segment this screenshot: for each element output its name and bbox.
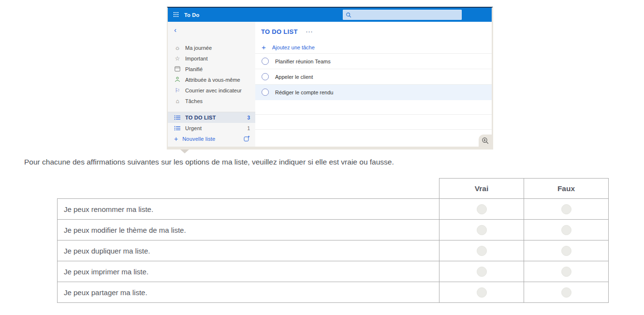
collapse-sidebar-chevron-icon[interactable]: ‹ xyxy=(174,26,176,34)
calendar-icon xyxy=(174,66,181,73)
sidebar-item-flagged-email[interactable]: ⚐ Courrier avec indicateur xyxy=(168,85,255,96)
header-spacer-cell xyxy=(58,179,439,199)
screenshot-frame-bottom xyxy=(168,147,492,150)
list-title: TO DO LIST xyxy=(261,28,298,35)
column-header-vrai: Vrai xyxy=(439,179,524,199)
table-row: Je peux partager ma liste. xyxy=(58,282,609,303)
search-input[interactable] xyxy=(351,10,461,19)
user-lists: TO DO LIST 3 Urgent 1 + Nouvelle liste xyxy=(168,112,255,144)
todo-main-panel: TO DO LIST ··· + Ajoutez une tâche Plani… xyxy=(255,22,492,147)
task-complete-circle-icon[interactable] xyxy=(262,89,269,96)
faux-cell xyxy=(524,261,609,282)
list-name: Urgent xyxy=(185,125,202,131)
home-icon: ⌂ xyxy=(174,98,181,104)
radio-vrai-row-2[interactable] xyxy=(477,225,487,235)
more-options-icon[interactable]: ··· xyxy=(306,29,313,35)
statement-cell: Je peux dupliquer ma liste. xyxy=(58,240,439,261)
sidebar-item-urgent[interactable]: Urgent 1 xyxy=(168,123,255,134)
plus-icon: + xyxy=(262,43,266,51)
radio-vrai-row-3[interactable] xyxy=(477,246,487,256)
list-icon xyxy=(174,115,181,120)
vrai-cell xyxy=(439,261,524,282)
statement-cell: Je peux partager ma liste. xyxy=(58,282,439,303)
sun-icon: ☼ xyxy=(174,45,181,51)
task-label: Planifier réunion Teams xyxy=(275,59,331,64)
new-group-icon xyxy=(244,135,250,143)
radio-vrai-row-1[interactable] xyxy=(477,204,487,214)
radio-faux-row-4[interactable] xyxy=(561,267,571,277)
statement-cell: Je peux renommer ma liste. xyxy=(58,199,439,220)
column-header-faux: Faux xyxy=(524,179,609,199)
statement-cell: Je peux imprimer ma liste. xyxy=(58,261,439,282)
sidebar-item-planned[interactable]: Planifié xyxy=(168,64,255,75)
task-complete-circle-icon[interactable] xyxy=(262,58,269,65)
screenshot-frame-pointer xyxy=(180,150,189,153)
search-icon xyxy=(346,12,351,18)
radio-vrai-row-4[interactable] xyxy=(477,267,487,277)
app-top-bar: To Do xyxy=(168,8,492,22)
new-list-button[interactable]: + Nouvelle liste xyxy=(168,134,255,144)
list-count-badge: 3 xyxy=(247,115,250,120)
sidebar-item-label: Important xyxy=(185,56,207,61)
row-separator xyxy=(255,114,492,115)
table-row: Je peux modifier le thème de ma liste. xyxy=(58,220,609,240)
zoom-image-button[interactable] xyxy=(479,135,492,147)
table-row: Je peux dupliquer ma liste. xyxy=(58,240,609,261)
sidebar-item-label: Courrier avec indicateur xyxy=(185,88,242,93)
vrai-cell xyxy=(439,199,524,220)
sidebar-item-to-do-list[interactable]: TO DO LIST 3 xyxy=(168,112,255,123)
task-label: Appeler le client xyxy=(275,74,313,80)
sidebar-item-my-day[interactable]: ☼ Ma journée xyxy=(168,43,255,53)
true-false-table: Vrai Faux Je peux renommer ma liste. Je … xyxy=(57,178,609,303)
faux-cell xyxy=(524,240,609,261)
todo-app-screenshot: To Do ‹ ☼ Ma journée ☆ Important xyxy=(167,7,493,150)
new-list-label: Nouvelle liste xyxy=(182,136,215,142)
sidebar-item-tasks[interactable]: ⌂ Tâches xyxy=(168,96,255,106)
sidebar-item-important[interactable]: ☆ Important xyxy=(168,53,255,64)
sidebar-item-label: Tâches xyxy=(185,98,203,104)
row-separator xyxy=(255,129,492,130)
vrai-cell xyxy=(439,240,524,261)
app-launcher-waffle-icon[interactable] xyxy=(174,12,179,17)
faux-cell xyxy=(524,282,609,303)
table-row: Je peux renommer ma liste. xyxy=(58,199,609,220)
list-count-badge: 1 xyxy=(247,126,250,131)
vrai-cell xyxy=(439,282,524,303)
magnifier-plus-icon xyxy=(482,137,489,145)
search-box[interactable] xyxy=(343,10,462,20)
sidebar-item-assigned-to-you[interactable]: Attribuée à vous-même xyxy=(168,75,255,85)
table-row: Je peux imprimer ma liste. xyxy=(58,261,609,282)
sidebar-item-label: Planifié xyxy=(185,66,203,72)
statement-cell: Je peux modifier le thème de ma liste. xyxy=(58,220,439,240)
task-complete-circle-icon[interactable] xyxy=(262,73,269,80)
add-task-button[interactable]: + Ajoutez une tâche xyxy=(255,41,492,54)
todo-sidebar: ‹ ☼ Ma journée ☆ Important xyxy=(168,22,255,147)
star-icon: ☆ xyxy=(174,56,181,61)
smart-lists-nav: ☼ Ma journée ☆ Important Planifié xyxy=(168,43,255,106)
sidebar-item-label: Ma journée xyxy=(185,45,212,51)
vrai-cell xyxy=(439,220,524,240)
task-row[interactable]: Appeler le client xyxy=(255,69,492,85)
radio-faux-row-3[interactable] xyxy=(561,246,571,256)
faux-cell xyxy=(524,199,609,220)
list-name: TO DO LIST xyxy=(185,115,216,120)
radio-faux-row-5[interactable] xyxy=(561,287,571,298)
radio-faux-row-1[interactable] xyxy=(561,204,571,214)
faux-cell xyxy=(524,220,609,240)
radio-faux-row-2[interactable] xyxy=(561,225,571,235)
add-task-label: Ajoutez une tâche xyxy=(272,45,315,50)
task-label: Rédiger le compte rendu xyxy=(275,90,333,95)
person-icon xyxy=(174,76,181,83)
radio-vrai-row-5[interactable] xyxy=(477,287,487,298)
plus-icon: + xyxy=(174,135,178,143)
sidebar-item-label: Attribuée à vous-même xyxy=(185,77,240,83)
app-title: To Do xyxy=(184,12,199,18)
list-icon xyxy=(174,125,181,131)
flag-icon: ⚐ xyxy=(174,88,181,93)
task-row[interactable]: Planifier réunion Teams xyxy=(255,54,492,69)
task-row-highlighted[interactable]: Rédiger le compte rendu xyxy=(255,85,492,100)
question-text: Pour chacune des affirmations suivantes … xyxy=(24,158,394,166)
table-header-row: Vrai Faux xyxy=(58,179,609,199)
